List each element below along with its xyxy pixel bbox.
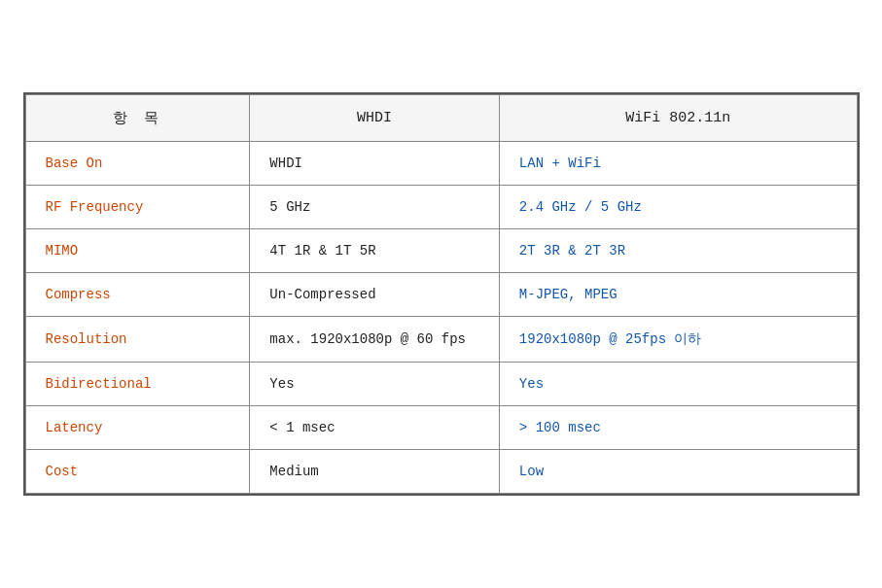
cell-wifi: 2T 3R & 2T 3R	[499, 229, 857, 273]
cell-whdi: Yes	[250, 363, 500, 406]
cell-feature: Cost	[25, 450, 250, 494]
table-header-row: 항 목 WHDI WiFi 802.11n	[25, 95, 857, 142]
cell-feature: Resolution	[25, 317, 250, 363]
cell-whdi: 4T 1R & 1T 5R	[250, 229, 500, 273]
table-row: RF Frequency5 GHz2.4 GHz / 5 GHz	[25, 186, 857, 229]
table-row: CostMediumLow	[25, 450, 857, 494]
header-feature: 항 목	[25, 95, 250, 142]
cell-wifi: M-JPEG, MPEG	[499, 273, 857, 317]
cell-whdi: Medium	[250, 450, 500, 494]
table-row: Latency< 1 msec> 100 msec	[25, 406, 857, 450]
table-row: MIMO4T 1R & 1T 5R2T 3R & 2T 3R	[25, 229, 857, 273]
cell-wifi: > 100 msec	[499, 406, 857, 450]
comparison-table: 항 목 WHDI WiFi 802.11n Base OnWHDILAN + W…	[25, 94, 858, 494]
table-row: Resolutionmax. 1920x1080p @ 60 fps1920x1…	[25, 317, 857, 363]
table-row: Base OnWHDILAN + WiFi	[25, 142, 857, 186]
cell-feature: MIMO	[25, 229, 250, 273]
cell-feature: Latency	[25, 406, 250, 450]
cell-feature: Base On	[25, 142, 250, 186]
header-whdi: WHDI	[250, 95, 500, 142]
cell-wifi: Low	[499, 450, 857, 494]
cell-whdi: max. 1920x1080p @ 60 fps	[250, 317, 500, 363]
header-wifi: WiFi 802.11n	[499, 95, 857, 142]
cell-whdi: Un-Compressed	[250, 273, 500, 317]
cell-feature: Compress	[25, 273, 250, 317]
cell-feature: Bidirectional	[25, 363, 250, 406]
table-row: BidirectionalYesYes	[25, 363, 857, 406]
cell-whdi: 5 GHz	[250, 186, 500, 229]
cell-wifi: LAN + WiFi	[499, 142, 857, 186]
comparison-table-wrapper: 항 목 WHDI WiFi 802.11n Base OnWHDILAN + W…	[23, 92, 860, 496]
cell-whdi: WHDI	[250, 142, 500, 186]
table-row: CompressUn-CompressedM-JPEG, MPEG	[25, 273, 857, 317]
cell-wifi: Yes	[499, 363, 857, 406]
cell-whdi: < 1 msec	[250, 406, 500, 450]
cell-wifi: 1920x1080p @ 25fps 이하	[499, 317, 857, 363]
cell-wifi: 2.4 GHz / 5 GHz	[499, 186, 857, 229]
cell-feature: RF Frequency	[25, 186, 250, 229]
